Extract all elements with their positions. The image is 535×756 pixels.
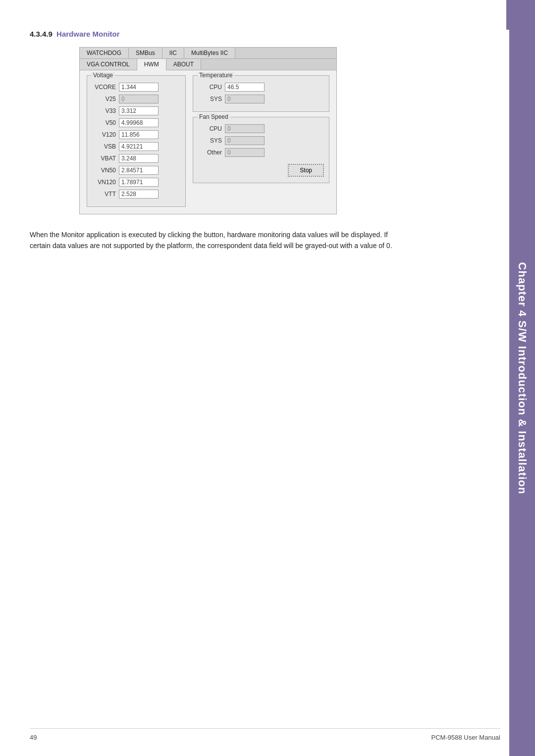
vn120-row: VN120 1.78971 (92, 178, 180, 187)
cpu-temp-value: 46.5 (225, 83, 265, 92)
cpu-fan-row: CPU 0 (198, 124, 324, 133)
v120-label: V120 (92, 131, 116, 138)
vn50-row: VN50 2.84571 (92, 166, 180, 175)
other-fan-value: 0 (225, 148, 265, 157)
sys-temp-value: 0 (225, 95, 265, 103)
other-fan-row: Other 0 (198, 148, 324, 157)
sys-fan-value: 0 (225, 136, 265, 145)
vn120-label: VN120 (92, 179, 116, 186)
v25-row: V25 0 (92, 95, 180, 103)
fan-speed-panel-title: Fan Speed (197, 113, 230, 120)
temperature-panel: Temperature CPU 46.5 SYS 0 (193, 75, 329, 112)
sys-fan-label: SYS (198, 137, 222, 144)
tab-multibytes-iic[interactable]: MultiBytes IIC (184, 48, 235, 58)
cpu-temp-row: CPU 46.5 (198, 83, 324, 92)
tab-hwm[interactable]: HWM (137, 59, 166, 70)
v33-value: 3.312 (119, 106, 159, 115)
section-title: Hardware Monitor (56, 30, 120, 38)
stop-button-row: Stop (198, 160, 324, 178)
tab-vga-control[interactable]: VGA CONTROL (80, 59, 137, 70)
sys-temp-row: SYS 0 (198, 95, 324, 103)
vsb-value: 4.92121 (119, 142, 159, 151)
voltage-panel-title: Voltage (91, 72, 115, 79)
description-text: When the Monitor application is executed… (30, 229, 406, 252)
vtt-value: 2.528 (119, 190, 159, 199)
vn120-value: 1.78971 (119, 178, 159, 187)
sidebar-chapter-text: Chapter 4 S/W Introduction & Installatio… (516, 262, 529, 494)
vcore-row: VCORE 1.344 (92, 83, 180, 92)
vcore-value: 1.344 (119, 83, 159, 92)
v25-label: V25 (92, 96, 116, 102)
vtt-row: VTT 2.528 (92, 190, 180, 199)
vsb-row: VSB 4.92121 (92, 142, 180, 151)
section-number: 4.3.4.9 (30, 30, 53, 38)
v120-value: 11.856 (119, 130, 159, 139)
cpu-fan-value: 0 (225, 124, 265, 133)
v33-row: V33 3.312 (92, 106, 180, 115)
v50-label: V50 (92, 119, 116, 126)
right-sidebar: Chapter 4 S/W Introduction & Installatio… (509, 0, 535, 756)
sys-fan-row: SYS 0 (198, 136, 324, 145)
hwm-dialog: WATCHDOG SMBus IIC MultiBytes IIC VGA CO… (79, 47, 337, 214)
section-heading: 4.3.4.9 Hardware Monitor (30, 30, 480, 38)
vbat-label: VBAT (92, 155, 116, 162)
temperature-panel-title: Temperature (197, 72, 234, 79)
dialog-body: Voltage VCORE 1.344 V25 0 V33 3.312 V50 … (80, 70, 336, 214)
vn50-value: 2.84571 (119, 166, 159, 175)
vsb-label: VSB (92, 143, 116, 150)
voltage-panel: Voltage VCORE 1.344 V25 0 V33 3.312 V50 … (87, 75, 186, 207)
tab-bar-row2: VGA CONTROL HWM ABOUT (80, 59, 336, 70)
tab-smbus[interactable]: SMBus (129, 48, 162, 58)
stop-button[interactable]: Stop (288, 164, 324, 177)
v50-row: V50 4.99968 (92, 118, 180, 127)
main-content: 4.3.4.9 Hardware Monitor WATCHDOG SMBus … (0, 0, 509, 271)
tab-about[interactable]: ABOUT (166, 59, 201, 70)
tab-iic[interactable]: IIC (162, 48, 184, 58)
v25-value: 0 (119, 95, 159, 103)
sys-temp-label: SYS (198, 96, 222, 102)
vbat-row: VBAT 3.248 (92, 154, 180, 163)
page-number: 49 (30, 734, 37, 741)
right-panels: Temperature CPU 46.5 SYS 0 Fan Speed CPU (193, 75, 329, 207)
vcore-label: VCORE (92, 84, 116, 91)
cpu-fan-label: CPU (198, 125, 222, 132)
vn50-label: VN50 (92, 167, 116, 174)
page-footer: 49 PCM-9588 User Manual (30, 728, 500, 741)
vbat-value: 3.248 (119, 154, 159, 163)
fan-speed-panel: Fan Speed CPU 0 SYS 0 Other 0 (193, 117, 329, 183)
v120-row: V120 11.856 (92, 130, 180, 139)
cpu-temp-label: CPU (198, 84, 222, 91)
v50-value: 4.99968 (119, 118, 159, 127)
vtt-label: VTT (92, 191, 116, 198)
tab-watchdog[interactable]: WATCHDOG (80, 48, 129, 58)
manual-name: PCM-9588 User Manual (431, 734, 500, 741)
other-fan-label: Other (198, 149, 222, 156)
v33-label: V33 (92, 107, 116, 114)
tab-bar-row1: WATCHDOG SMBus IIC MultiBytes IIC (80, 48, 336, 59)
